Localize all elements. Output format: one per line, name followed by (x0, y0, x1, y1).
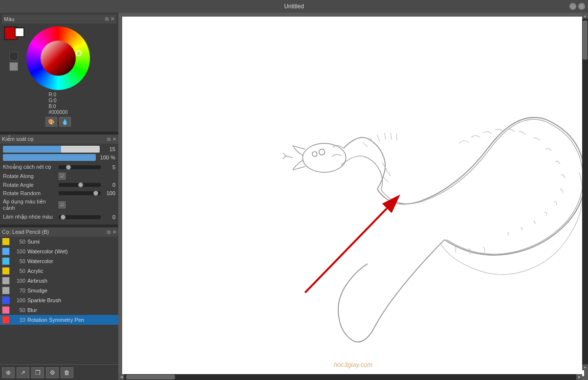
rotate-along-checkbox[interactable]: ☑ (59, 173, 65, 179)
color-panel-close[interactable]: ✕ (110, 16, 114, 22)
color-tool-icons: 🎨 💧 (45, 117, 71, 127)
brush-opacity-slider[interactable] (3, 154, 96, 161)
brush-item-num: 10 (12, 317, 25, 323)
brush-color-dot (2, 267, 10, 275)
maximize-button[interactable]: ▭ (569, 3, 576, 10)
brush-item-num: 70 (12, 288, 25, 293)
param-knob-rotate-angle (78, 182, 83, 187)
brush-list-item[interactable]: 50Sumi (0, 237, 118, 246)
window-title: Untitled (284, 3, 304, 10)
brush-color-dot (2, 316, 10, 324)
brush-copy-btn[interactable]: ❒ (31, 367, 44, 378)
scroll-right-arrow[interactable]: ▶ (576, 374, 582, 380)
param-label-rotate-angle: Rotate Angle (3, 182, 57, 188)
brush-list-item[interactable]: 70Smudge (0, 286, 118, 295)
brush-item-num: 50 (12, 268, 25, 274)
brush-param-apply-fg: Áp dụng màu tiền cảnh ☑ (3, 199, 115, 211)
close-button[interactable]: ✕ (578, 3, 585, 10)
svg-line-10 (386, 170, 391, 176)
brush-add-btn[interactable]: ⊕ (2, 367, 15, 378)
svg-line-3 (363, 142, 368, 147)
mini-swatch-1[interactable] (9, 52, 18, 61)
color-palette-btn[interactable]: 🎨 (45, 117, 57, 127)
color-r: R:0 (49, 92, 68, 97)
background-color[interactable] (15, 27, 24, 37)
canvas-inner[interactable]: hoc3giay.com (122, 17, 584, 376)
brush-list-item[interactable]: 50Blur (0, 305, 118, 315)
param-slider-rotate-random[interactable] (59, 191, 101, 195)
brush-item-name: Watercolor (Wet) (27, 248, 116, 254)
param-slider-rotate-angle[interactable] (59, 183, 101, 187)
brush-list-item[interactable]: 100Sparkle Brush (0, 295, 118, 305)
svg-line-6 (384, 133, 386, 140)
brush-delete-btn[interactable]: 🗑 (61, 367, 73, 378)
window-controls: ▭ ✕ (569, 3, 585, 10)
svg-line-8 (396, 134, 397, 141)
param-knob-rotate-random (93, 191, 98, 196)
param-slider-blur[interactable] (59, 215, 101, 219)
brush-item-name: Rotation Symmetry Pen (27, 317, 116, 323)
svg-line-9 (382, 163, 387, 170)
brush-control-close[interactable]: ✕ (112, 136, 116, 142)
param-label-apply-fg: Áp dụng màu tiền cảnh (3, 199, 57, 211)
brush-item-num: 50 (12, 258, 25, 264)
brush-list-title: Cọ: Lead Pencil (B) (2, 229, 49, 235)
scroll-down-arrow[interactable]: ▼ (582, 364, 588, 370)
brush-list-item[interactable]: 100Airbrush (0, 276, 118, 286)
canvas-scrollbar-v[interactable]: ▲ ▼ (582, 13, 588, 370)
svg-point-2 (319, 149, 325, 155)
canvas-area[interactable]: hoc3giay.com ▲ ▼ ◀ ▶ (118, 13, 588, 380)
svg-point-1 (312, 152, 317, 156)
left-panel: Màu ⧉ ✕ (0, 13, 118, 380)
param-slider-spacing[interactable] (59, 165, 101, 169)
brush-size-row: 15 (3, 146, 115, 153)
brush-size-slider[interactable] (3, 146, 100, 153)
brush-color-dot (2, 287, 10, 294)
brush-control-title: Kiểm soát cọ (2, 136, 34, 142)
brush-list-item[interactable]: 100Watercolor (Wet) (0, 246, 118, 256)
color-panel-popout[interactable]: ⧉ (105, 16, 109, 22)
apply-fg-checkbox[interactable]: ☑ (59, 201, 65, 208)
scroll-thumb-h[interactable] (126, 375, 175, 380)
brush-settings-btn[interactable]: ⚙ (46, 367, 59, 378)
mini-swatch-2[interactable] (9, 62, 18, 71)
brush-item-name: Watercolor (27, 258, 116, 264)
brush-color-dot (2, 277, 10, 285)
brush-export-btn[interactable]: ↗ (17, 367, 29, 378)
param-label-blur: Làm nhập nhòe màu (3, 214, 57, 220)
brush-control-header: Kiểm soát cọ ⧉ ✕ (0, 134, 118, 144)
brush-list-header: Cọ: Lead Pencil (B) ⧉ ✕ (0, 227, 118, 237)
brush-content: 15 100 % Khoảng cách nét cọ 5 Rotate Alo… (0, 144, 118, 224)
brush-list-item[interactable]: 10Rotation Symmetry Pen (0, 315, 118, 325)
color-values: R:0 G:0 B:0 #000000 (49, 92, 68, 115)
color-content: R:0 G:0 B:0 #000000 🎨 💧 (2, 23, 116, 130)
scroll-up-arrow[interactable]: ▲ (582, 13, 588, 19)
color-g: G:0 (49, 98, 68, 103)
param-value-spacing: 5 (103, 164, 115, 170)
main-layout: Màu ⧉ ✕ (0, 13, 588, 380)
brush-item-name: Airbrush (27, 278, 116, 284)
brush-item-num: 100 (12, 248, 25, 254)
color-wheel[interactable] (26, 26, 90, 90)
brush-item-num: 100 (12, 297, 25, 303)
canvas-scrollbar-h[interactable]: ◀ ▶ (118, 374, 582, 380)
brush-color-dot (2, 247, 10, 255)
brush-color-dot (2, 306, 10, 314)
color-eyedropper-btn[interactable]: 💧 (59, 117, 71, 127)
brush-list-close[interactable]: ✕ (112, 229, 116, 235)
brush-item-name: Sumi (27, 239, 116, 245)
brush-item-name: Sparkle Brush (27, 297, 116, 303)
scroll-thumb-v[interactable] (583, 21, 588, 60)
color-panel: Màu ⧉ ✕ (0, 13, 118, 132)
scroll-track-h (124, 374, 576, 380)
scroll-left-arrow[interactable]: ◀ (118, 374, 124, 380)
brush-control-popout[interactable]: ⧉ (107, 136, 110, 142)
watermark: hoc3giay.com (334, 361, 372, 368)
brush-item-num: 50 (12, 307, 25, 313)
brush-list-item[interactable]: 50Watercolor (0, 256, 118, 266)
brush-list-popout[interactable]: ⧉ (107, 229, 110, 235)
color-wheel-ring (26, 26, 90, 90)
brush-list-item[interactable]: 50Acrylic (0, 266, 118, 276)
param-value-rotate-angle: 0 (103, 182, 115, 188)
brush-color-dot (2, 296, 10, 304)
